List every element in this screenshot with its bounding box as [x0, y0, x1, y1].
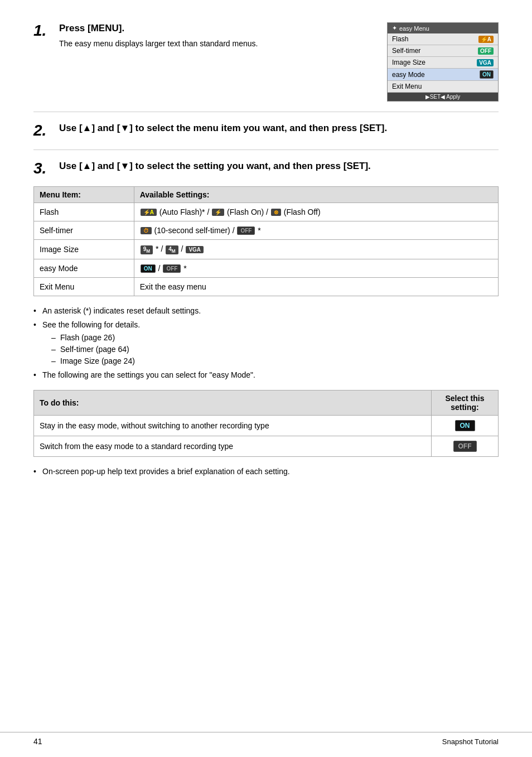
step-3-block: 3. Use [▲] and [▼] to select the setting… — [33, 160, 499, 478]
table-row: easy Mode ON / OFF * — [34, 259, 499, 278]
bullet-asterisk: An asterisk (*) indicates reset default … — [33, 305, 499, 317]
page-section: Snapshot Tutorial — [442, 737, 499, 746]
bullet-easymode-settings: The following are the settings you can s… — [33, 369, 499, 381]
easy-menu-mockup: ✦ easy Menu Flash ⚡A Self-timer OFF Imag… — [387, 22, 499, 102]
imagesize-badge: VGA — [477, 59, 494, 66]
sub-list: Flash (page 26) Self-timer (page 64) Ima… — [51, 332, 499, 367]
easy-menu-title: ✦ easy Menu — [388, 23, 498, 33]
step-2-title: Use [▲] and [▼] to select the menu item … — [59, 122, 499, 134]
imagesize-settings: 9M * / 4M / VGA — [134, 240, 498, 259]
table-row: Self-timer ⏱ (10-second self-timer) / OF… — [34, 221, 499, 240]
sub-bullet-flash: Flash (page 26) — [51, 332, 499, 344]
size-9m-icon: 9M — [141, 245, 153, 254]
menu-item-selftimer: Self-timer — [34, 221, 134, 240]
easy-menu-row-flash: Flash ⚡A — [388, 33, 498, 45]
flash-badge: ⚡A — [478, 36, 494, 43]
table-row: Flash ⚡A (Auto Flash)* / ⚡ (Flash On) / … — [34, 202, 499, 221]
sub-bullet-imagesize: Image Size (page 24) — [51, 355, 499, 367]
easy-off-icon: OFF — [163, 264, 181, 273]
main-settings-table: Menu Item: Available Settings: Flash ⚡A … — [33, 186, 499, 297]
easy-on-icon: ON — [141, 264, 156, 273]
menu-item-easymode: easy Mode — [34, 259, 134, 278]
menu-item-imagesize: Image Size — [34, 240, 134, 259]
off-badge-setting: OFF — [453, 441, 477, 452]
easy-mode-table: To do this: Select this setting: Stay in… — [33, 390, 499, 457]
easy-menu-row-imagesize: Image Size VGA — [388, 57, 498, 69]
flash-on-icon: ⚡ — [212, 209, 224, 216]
sub-bullet-selftimer: Self-timer (page 64) — [51, 344, 499, 355]
flash-off-icon: ⊗ — [271, 209, 281, 216]
selftimer-settings: ⏱ (10-second self-timer) / OFF * — [134, 221, 498, 240]
final-bullet: On-screen pop-up help text provides a br… — [33, 466, 499, 478]
size-4m-icon: 4M — [166, 245, 178, 254]
self-timer-icon: ⏱ — [141, 227, 152, 234]
step-1-desc: The easy menu displays larger text than … — [59, 38, 370, 50]
easy-mode-off-badge-cell: OFF — [432, 436, 499, 457]
easy-mode-off-desc: Switch from the easy mode to a standard … — [34, 436, 432, 457]
size-vga-icon: VGA — [186, 246, 204, 253]
easy-menu-star-icon: ✦ — [392, 25, 397, 32]
col-header-todo: To do this: — [34, 390, 432, 416]
on-badge-setting: ON — [455, 420, 475, 431]
easy-menu-row-easymode: easy Mode ON — [388, 69, 498, 81]
easymode-settings: ON / OFF * — [134, 259, 498, 278]
selftimer-badge: OFF — [478, 47, 494, 55]
menu-item-flash: Flash — [34, 202, 134, 221]
step-3-title: Use [▲] and [▼] to select the setting yo… — [59, 160, 499, 172]
exitmenu-settings: Exit the easy menu — [134, 278, 498, 296]
page-footer: 41 Snapshot Tutorial — [0, 732, 532, 746]
col-header-available-settings: Available Settings: — [134, 186, 498, 202]
col-header-select-setting: Select this setting: — [432, 390, 499, 416]
step-1: 1. Press [MENU]. The easy menu displays … — [33, 22, 499, 112]
table-row: Stay in the easy mode, without switching… — [34, 416, 499, 436]
easy-menu-row-selftimer: Self-timer OFF — [388, 45, 498, 57]
step-2-number: 2. — [33, 122, 54, 139]
table-row: Image Size 9M * / 4M / VGA — [34, 240, 499, 259]
step-3-content: Use [▲] and [▼] to select the setting yo… — [59, 160, 499, 176]
step-1-number: 1. — [33, 22, 54, 40]
step-3-number: 3. — [33, 160, 54, 177]
selftimer-off-icon: OFF — [237, 226, 255, 235]
easy-mode-on-badge-cell: ON — [432, 416, 499, 436]
table-row: Switch from the easy mode to a standard … — [34, 436, 499, 457]
notes-list: An asterisk (*) indicates reset default … — [33, 305, 499, 381]
bullet-see-following: See the following for details. Flash (pa… — [33, 319, 499, 367]
step-1-content: Press [MENU]. The easy menu displays lar… — [59, 22, 499, 102]
step-1-title: Press [MENU]. — [59, 22, 370, 35]
final-notes: On-screen pop-up help text provides a br… — [33, 466, 499, 478]
page-number: 41 — [33, 737, 42, 746]
step-2-content: Use [▲] and [▼] to select the menu item … — [59, 122, 499, 138]
easy-menu-row-exit: Exit Menu — [388, 81, 498, 93]
easy-mode-on-desc: Stay in the easy mode, without switching… — [34, 416, 432, 436]
table-row: Exit Menu Exit the easy menu — [34, 278, 499, 296]
easy-menu-footer: ▶SET◀ Apply — [388, 93, 498, 101]
easymode-badge: ON — [480, 70, 494, 79]
menu-item-exitmenu: Exit Menu — [34, 278, 134, 296]
col-header-menu-item: Menu Item: — [34, 186, 134, 202]
auto-flash-icon: ⚡A — [141, 209, 157, 216]
step-2: 2. Use [▲] and [▼] to select the menu it… — [33, 122, 499, 150]
flash-settings: ⚡A (Auto Flash)* / ⚡ (Flash On) / ⊗ (Fla… — [134, 202, 498, 221]
